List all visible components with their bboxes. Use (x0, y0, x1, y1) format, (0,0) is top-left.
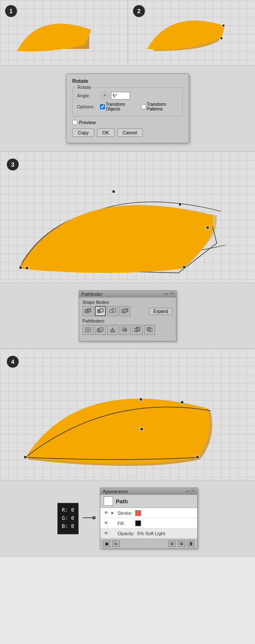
exclude-icon[interactable] (119, 306, 130, 316)
r-value: R: 0 (62, 506, 74, 514)
connector (83, 517, 96, 518)
angle-row: Angle: 5° (77, 91, 178, 100)
canvas-step-2: 2 (128, 0, 255, 65)
b-value: B: 0 (62, 522, 74, 531)
fill-label: Fill: (117, 521, 133, 526)
top-row: 1 2 (0, 0, 255, 66)
rotate-group: Rotate Angle: 5° Options: Transform Obje… (72, 88, 183, 116)
angle-label: Angle: (77, 93, 97, 98)
appearance-titlebar-controls: << ✕ (185, 489, 196, 494)
transform-patterns-checkbox[interactable] (141, 104, 146, 109)
canvas-step-1: 1 (0, 0, 128, 65)
angle-input[interactable]: 5° (111, 92, 130, 99)
transform-objects-checkbox[interactable] (100, 104, 105, 109)
dialog-buttons: Copy OK Cancel (72, 128, 183, 137)
preview-row: Preview (72, 120, 183, 125)
step-3-badge: 3 (7, 159, 19, 170)
path-header: Path (100, 495, 197, 508)
stroke-expand-icon[interactable]: ▶ (111, 511, 116, 515)
appearance-panel[interactable]: Appearance << ✕ Path 👁 ▶ Stroke: 👁 (100, 488, 198, 549)
opacity-value: 5% Soft Light (137, 531, 165, 536)
rotate-dialog-section: Rotate Rotate Angle: 5° Options: Tr (0, 66, 255, 152)
svg-point-1 (220, 37, 223, 40)
rotate-dialog[interactable]: Rotate Rotate Angle: 5° Options: Tr (66, 74, 189, 143)
canvas-step-4: 4 (0, 349, 255, 481)
unite-icon[interactable] (82, 306, 94, 316)
duplicate-icon[interactable]: ⧉ (178, 540, 185, 547)
step-2-badge: 2 (133, 5, 145, 17)
expand-button[interactable]: Expand (149, 308, 173, 315)
stroke-visibility-icon[interactable]: 👁 (103, 510, 110, 516)
fill-row: 👁 Fill: (100, 518, 197, 528)
appearance-footer: ▣ fx. ⊘ ⧉ 🗑 (100, 539, 197, 548)
minus-back-icon[interactable] (144, 325, 155, 335)
options-label: Options: (77, 104, 97, 109)
collapse-icon[interactable]: << (164, 292, 168, 296)
svg-rect-7 (206, 226, 209, 229)
svg-rect-35 (196, 456, 199, 459)
opacity-visibility-icon[interactable]: 👁 (103, 530, 110, 537)
svg-rect-5 (112, 190, 115, 193)
pathfinder-title: Pathfinder (81, 292, 102, 297)
appearance-collapse-icon[interactable]: << (185, 489, 190, 494)
layer-icon[interactable]: ▣ (103, 540, 110, 547)
appearance-title: Appearance (102, 489, 128, 494)
pathfinder-titlebar: Pathfinder << ✕ (79, 291, 176, 298)
fill-color-swatch[interactable] (135, 520, 141, 526)
cancel-button[interactable]: Cancel (117, 128, 143, 137)
step-4-badge: 4 (7, 356, 19, 368)
shape-modes-icons: Expand (82, 306, 173, 316)
minus-front-icon[interactable] (95, 306, 106, 316)
merge-icon[interactable] (107, 325, 118, 335)
delete-icon[interactable]: 🗑 (187, 540, 195, 547)
svg-rect-33 (139, 398, 142, 401)
appearance-body: Path 👁 ▶ Stroke: 👁 Fill: 👁 Opacity: (100, 495, 197, 539)
pathfinder-body: Shape Modes: (79, 298, 176, 341)
appearance-close-icon[interactable]: ✕ (191, 489, 195, 494)
fill-visibility-icon[interactable]: 👁 (103, 520, 110, 527)
svg-rect-14 (100, 309, 103, 312)
shape-step-1 (13, 6, 98, 62)
pathfinder-icons (82, 325, 173, 335)
svg-rect-31 (147, 327, 150, 331)
svg-rect-36 (140, 428, 143, 431)
step-1-badge: 1 (5, 5, 17, 17)
footer-icons-right: ⊘ ⧉ 🗑 (168, 540, 195, 547)
preview-checkbox[interactable] (72, 120, 77, 125)
opacity-row: 👁 Opacity: 5% Soft Light (100, 528, 197, 539)
block-icon[interactable]: ⊘ (168, 540, 176, 547)
trim-icon[interactable] (95, 325, 106, 335)
svg-rect-20 (125, 309, 125, 312)
options-row: Options: Transform Objects Transform Pat… (77, 102, 178, 111)
svg-rect-32 (24, 456, 27, 459)
svg-rect-12 (88, 309, 91, 312)
shape-modes-label: Shape Modes: (82, 300, 173, 305)
appearance-titlebar: Appearance << ✕ (100, 488, 197, 495)
svg-rect-8 (183, 266, 186, 269)
outline-icon[interactable] (132, 325, 143, 335)
crop-icon[interactable] (119, 325, 130, 335)
shapes-step-4 (21, 360, 221, 479)
svg-rect-6 (178, 203, 181, 206)
transform-patterns-label[interactable]: Transform Patterns (141, 102, 178, 111)
shape-step-2 (141, 6, 226, 62)
svg-point-0 (222, 24, 225, 27)
ok-button[interactable]: OK (97, 128, 115, 137)
stroke-row: 👁 ▶ Stroke: (100, 508, 197, 518)
intersect-icon[interactable] (107, 306, 118, 316)
preview-label: Preview (79, 120, 96, 125)
copy-button[interactable]: Copy (72, 128, 94, 137)
stroke-color-swatch[interactable] (135, 510, 141, 516)
divide-icon[interactable] (82, 325, 94, 335)
svg-rect-9 (19, 266, 22, 269)
pathfinder-panel[interactable]: Pathfinder << ✕ Shape Modes: (79, 290, 176, 341)
close-icon[interactable]: ✕ (170, 292, 174, 296)
svg-rect-25 (99, 328, 103, 331)
fx-icon[interactable]: fx. (112, 540, 120, 547)
svg-point-4 (104, 95, 105, 96)
angle-circle-icon (100, 91, 108, 100)
path-swatch (104, 496, 113, 506)
pathfinder-section: Pathfinder << ✕ Shape Modes: (0, 284, 255, 349)
transform-objects-label[interactable]: Transform Objects (100, 102, 136, 111)
appearance-section: R: 0 G: 0 B: 0 Appearance << ✕ Path 👁 ▶ (0, 481, 255, 557)
